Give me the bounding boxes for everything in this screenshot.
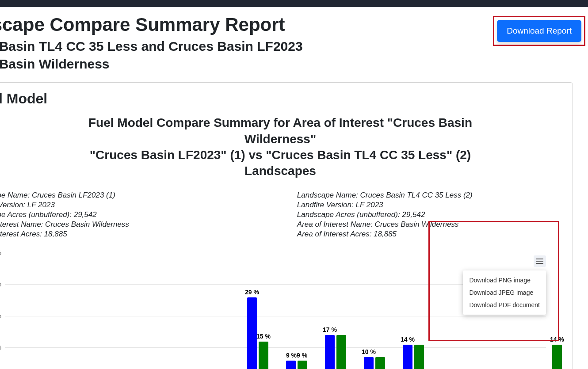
bar-value-label: 15 % <box>256 333 271 340</box>
page-title: dscape Compare Summary Report <box>0 14 303 35</box>
ls1-acres: scape Acres (unbuffered): 29,542 <box>0 210 129 219</box>
menu-download-jpeg[interactable]: Download JPEG image <box>463 286 546 299</box>
bar-value-label: 14 % <box>550 336 564 343</box>
chart-title-line1: Fuel Model Compare Summary for Area of I… <box>88 116 472 145</box>
chart-area: Download PNG image Download JPEG image D… <box>0 250 562 369</box>
ls2-acres: Landscape Acres (unbuffered): 29,542 <box>297 210 473 219</box>
landscape-metadata: scape Name: Cruces Basin LF2023 (1) fire… <box>0 190 562 240</box>
ls1-aoi-acres: of Interest Acres: 18,885 <box>0 230 129 239</box>
download-report-button[interactable]: Download Report <box>497 20 581 42</box>
bar-series-2 <box>414 345 424 369</box>
chart-title: Fuel Model Compare Summary for Area of I… <box>59 115 501 179</box>
bar-series-1 <box>247 297 257 369</box>
ls2-aoi-name: Area of Interest Name: Cruces Basin Wild… <box>297 220 473 229</box>
chart-export-menu: Download PNG image Download JPEG image D… <box>463 270 546 315</box>
ls2-name: Landscape Name: Cruces Basin TL4 CC 35 L… <box>297 191 473 200</box>
landscape-2-meta: Landscape Name: Cruces Basin TL4 CC 35 L… <box>297 190 473 240</box>
hamburger-icon <box>536 259 543 259</box>
bar-series-2 <box>552 345 562 369</box>
page-subtitle-2: es Basin Wilderness <box>0 57 303 72</box>
bar-series-2 <box>336 335 346 369</box>
bar-value-label: 29 % <box>245 289 259 296</box>
page-subtitle-1: es Basin TL4 CC 35 Less and Cruces Basin… <box>0 39 303 54</box>
title-block: dscape Compare Summary Report es Basin T… <box>0 14 303 74</box>
bar-value-label: 9 %9 % <box>286 352 307 359</box>
bar-value-label: 14 % <box>401 336 415 343</box>
menu-download-png[interactable]: Download PNG image <box>463 274 546 286</box>
ls2-aoi-acres: Area of Interest Acres: 18,885 <box>297 230 473 239</box>
y-tick-label: 10% <box>0 344 1 351</box>
bar-series-2 <box>259 342 268 369</box>
ls1-aoi-name: of Interest Name: Cruces Basin Wildernes… <box>0 220 129 229</box>
bar-series-1 <box>364 357 374 369</box>
chart-title-line2: "Cruces Basin LF2023" (1) vs "Cruces Bas… <box>90 148 471 178</box>
y-tick-label: 30% <box>0 281 1 288</box>
menu-download-pdf[interactable]: Download PDF document <box>463 299 546 311</box>
bar-series-2 <box>375 357 385 369</box>
panel-heading: l Model <box>0 91 562 107</box>
bar-value-label: 17 % <box>323 326 337 333</box>
top-app-bar <box>0 0 588 7</box>
bar-series-1 <box>286 361 296 369</box>
report-header: dscape Compare Summary Report es Basin T… <box>0 7 588 74</box>
bar-series-1 <box>403 345 412 369</box>
chart-context-menu-button[interactable] <box>534 255 546 267</box>
landscape-1-meta: scape Name: Cruces Basin LF2023 (1) fire… <box>0 190 129 240</box>
bar-series-1 <box>325 335 335 369</box>
ls1-version: fire Version: LF 2023 <box>0 201 129 209</box>
y-tick-label: 40% <box>0 249 1 256</box>
ls2-version: Landfire Version: LF 2023 <box>297 201 473 209</box>
fuel-model-panel: l Model Fuel Model Compare Summary for A… <box>0 82 573 369</box>
bar-value-label: 10 % <box>362 348 376 355</box>
download-button-highlight: Download Report <box>493 16 585 46</box>
ls1-name: scape Name: Cruces Basin LF2023 (1) <box>0 191 129 200</box>
y-tick-label: 20% <box>0 312 1 320</box>
bar-series-2 <box>298 361 307 369</box>
